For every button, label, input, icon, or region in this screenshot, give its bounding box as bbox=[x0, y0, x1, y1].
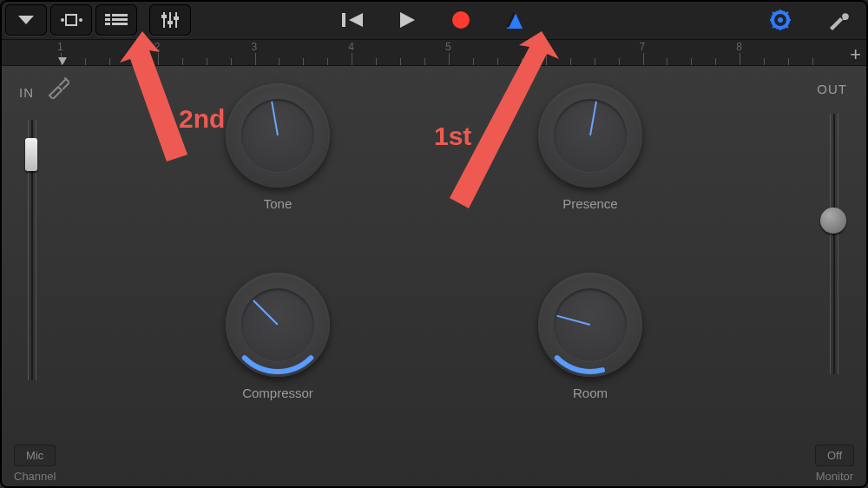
knob-room[interactable] bbox=[538, 273, 642, 377]
track-controls-button[interactable] bbox=[149, 4, 191, 36]
output-label: OUT bbox=[817, 82, 847, 96]
master-effects-button[interactable] bbox=[766, 5, 795, 35]
channel-select-button[interactable]: Mic bbox=[14, 445, 56, 466]
browse-sounds-button[interactable] bbox=[5, 4, 47, 36]
rewind-button[interactable] bbox=[339, 5, 368, 35]
svg-marker-17 bbox=[349, 13, 363, 27]
svg-rect-8 bbox=[105, 23, 110, 25]
svg-rect-16 bbox=[342, 13, 345, 27]
ruler-bar-number: 3 bbox=[252, 41, 258, 53]
knob-label: Compressor bbox=[242, 386, 313, 400]
knob-compressor[interactable] bbox=[226, 273, 330, 377]
svg-rect-15 bbox=[174, 16, 179, 20]
ruler-bar-number: 7 bbox=[640, 41, 646, 53]
svg-rect-13 bbox=[161, 15, 167, 18]
knob-tone[interactable] bbox=[226, 83, 330, 188]
svg-point-1 bbox=[61, 18, 64, 22]
playhead-icon[interactable] bbox=[58, 57, 67, 65]
knob-label: Room bbox=[573, 386, 608, 400]
svg-rect-2 bbox=[66, 15, 76, 25]
monitor-toggle-button[interactable]: Off bbox=[815, 445, 854, 466]
svg-marker-18 bbox=[400, 12, 415, 28]
ruler-bar-number: 2 bbox=[155, 41, 161, 53]
top-toolbar bbox=[0, 0, 868, 40]
knob-presence[interactable] bbox=[538, 83, 642, 188]
ruler-bar-number: 5 bbox=[445, 41, 451, 53]
ruler-bar-number: 8 bbox=[736, 41, 742, 53]
channel-label: Channel bbox=[14, 470, 56, 483]
ruler-bar-number: 4 bbox=[348, 41, 354, 53]
monitor-label: Monitor bbox=[816, 470, 853, 483]
ruler-bar-number: 6 bbox=[542, 41, 549, 53]
svg-point-23 bbox=[778, 17, 783, 23]
knob-label: Presence bbox=[562, 196, 617, 211]
input-gain-slider[interactable] bbox=[30, 120, 35, 380]
view-instrument-button[interactable] bbox=[50, 4, 92, 36]
input-label: IN bbox=[19, 85, 34, 100]
record-button[interactable] bbox=[446, 5, 476, 35]
svg-point-3 bbox=[79, 18, 82, 22]
svg-rect-4 bbox=[105, 14, 110, 16]
svg-point-19 bbox=[452, 11, 470, 29]
svg-rect-5 bbox=[112, 14, 128, 16]
instrument-panel: IN TonePresenceCompressorRoom OUT Mic Ch… bbox=[0, 66, 868, 488]
svg-rect-7 bbox=[112, 18, 128, 21]
knob-label: Tone bbox=[264, 196, 293, 211]
guitar-plug-icon bbox=[46, 75, 70, 102]
svg-marker-0 bbox=[18, 16, 34, 24]
settings-button[interactable] bbox=[823, 5, 852, 35]
metronome-button[interactable] bbox=[500, 5, 529, 35]
ruler-bar-number: 1 bbox=[57, 41, 63, 53]
tracks-view-button[interactable] bbox=[95, 4, 137, 36]
play-button[interactable] bbox=[392, 5, 422, 35]
output-level-slider[interactable] bbox=[832, 114, 837, 374]
svg-rect-9 bbox=[112, 23, 128, 25]
svg-rect-14 bbox=[168, 21, 173, 24]
svg-rect-6 bbox=[105, 18, 110, 21]
timeline-ruler[interactable]: 12345678 + bbox=[0, 40, 868, 66]
add-track-button[interactable]: + bbox=[850, 43, 861, 66]
